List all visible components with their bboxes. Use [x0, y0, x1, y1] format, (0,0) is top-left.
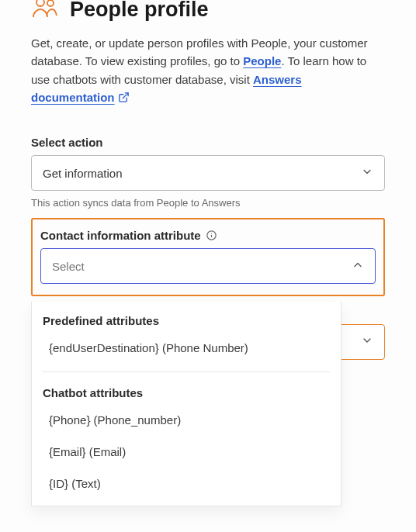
- dropdown-group-predefined: Predefined attributes: [32, 302, 341, 332]
- option-phone[interactable]: {Phone} (Phone_number): [32, 404, 341, 436]
- select-action-label: Select action: [31, 136, 385, 149]
- select-action-helper: This action syncs data from People to An…: [31, 197, 385, 209]
- info-icon[interactable]: [206, 230, 217, 241]
- contact-attribute-options: Predefined attributes {endUserDestinatio…: [31, 302, 341, 506]
- svg-point-1: [47, 0, 54, 6]
- people-link[interactable]: People: [243, 54, 281, 67]
- chevron-down-icon: [361, 334, 373, 350]
- option-id[interactable]: {ID} (Text): [32, 468, 341, 499]
- svg-point-5: [211, 233, 212, 234]
- people-icon: [31, 0, 59, 23]
- contact-attribute-placeholder: Select: [52, 260, 85, 273]
- page-title: People profile: [70, 0, 209, 22]
- chevron-up-icon: [352, 259, 364, 274]
- option-enduserdestination[interactable]: {endUserDestination} (Phone Number): [32, 332, 341, 364]
- chevron-down-icon: [361, 166, 373, 181]
- select-action-value: Get information: [43, 167, 123, 180]
- dropdown-group-chatbot: Chatbot attributes: [32, 374, 341, 404]
- contact-attribute-label: Contact information attribute: [40, 229, 201, 242]
- option-email[interactable]: {Email} (Email): [32, 436, 341, 468]
- contact-attribute-dropdown[interactable]: Select: [40, 248, 376, 284]
- select-action-dropdown[interactable]: Get information: [31, 155, 385, 191]
- page-description: Get, create, or update person profiles w…: [31, 34, 385, 108]
- dropdown-separator: [43, 371, 330, 372]
- external-link-icon: [118, 90, 130, 108]
- svg-point-0: [36, 0, 44, 6]
- svg-line-2: [123, 93, 128, 98]
- contact-attribute-highlight: Contact information attribute Select: [31, 218, 385, 296]
